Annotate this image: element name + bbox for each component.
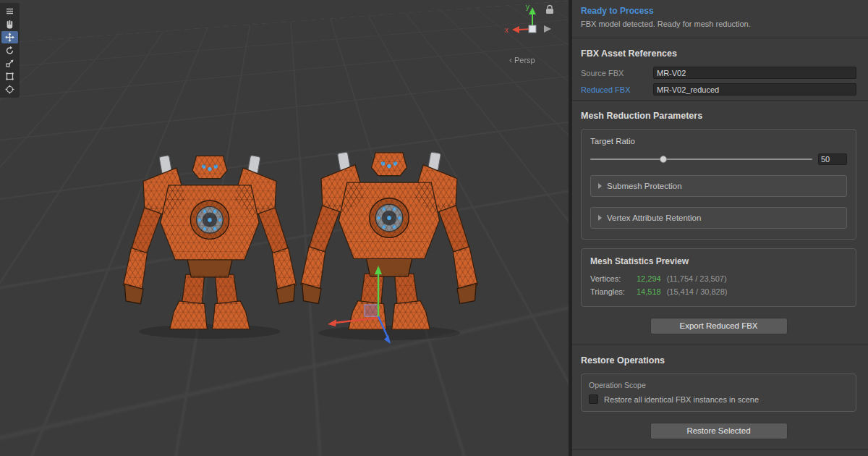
source-fbx-row: Source FBX [581, 67, 856, 79]
axis-y-label: y [526, 3, 529, 11]
mesh-statistics-title: Mesh Statistics Preview [590, 256, 847, 266]
orientation-gizmo[interactable]: y x [502, 0, 569, 52]
robot-model-right[interactable] [301, 152, 477, 329]
reduced-fbx-field[interactable] [653, 83, 856, 96]
vertices-stat-row: Vertices: 12,294 (11,754 / 23,507) [590, 274, 847, 283]
scale-tool-icon[interactable] [1, 57, 18, 69]
chevron-left-icon: ‹ [509, 55, 512, 65]
hand-tool-icon[interactable] [1, 18, 18, 30]
restore-selected-button[interactable]: Restore Selected [650, 423, 788, 439]
section-title-mesh-reduction: Mesh Reduction Parameters [581, 111, 856, 121]
viewport-lock[interactable] [545, 4, 554, 17]
rotate-tool-icon[interactable] [1, 44, 18, 56]
scene-toolbar [0, 3, 20, 98]
axis-neg-cone-icon[interactable] [544, 25, 551, 33]
menu-icon[interactable] [1, 5, 18, 17]
app-window: y x ‹ Persp Ready to Process FBX model d… [0, 0, 868, 456]
export-reduced-fbx-button[interactable]: Export Reduced FBX [650, 318, 788, 334]
triangles-value: 14,518 [637, 287, 661, 296]
triangles-stat-row: Triangles: 14,518 (15,414 / 30,828) [590, 287, 847, 296]
source-fbx-field[interactable] [653, 67, 856, 79]
target-ratio-label: Target Ratio [590, 137, 847, 145]
axis-x-label: x [505, 26, 509, 34]
transform-tool-icon[interactable] [1, 83, 18, 96]
divider [572, 449, 868, 450]
foldout-arrow-icon [598, 183, 602, 189]
scene-models-layer [0, 0, 569, 456]
section-title-restore-operations: Restore Operations [581, 355, 856, 366]
submesh-protection-foldout[interactable]: Submesh Protection [590, 175, 847, 197]
inspector-panel: Ready to Process FBX model detected. Rea… [572, 0, 868, 456]
divider [572, 345, 868, 345]
gizmo-center-cube[interactable] [529, 25, 536, 33]
mesh-statistics-box: Mesh Statistics Preview Vertices: 12,294… [581, 248, 856, 307]
submesh-protection-label: Submesh Protection [607, 182, 682, 190]
projection-label: Persp [514, 56, 535, 64]
reduction-parameters-box: Target Ratio Submesh Protection Vertex A… [581, 129, 856, 240]
slider-track [590, 159, 812, 160]
foldout-arrow-icon [598, 215, 602, 221]
source-fbx-label: Source FBX [581, 69, 653, 77]
target-ratio-row [590, 153, 847, 165]
target-ratio-slider-handle[interactable] [660, 156, 667, 163]
target-ratio-slider[interactable] [590, 155, 812, 164]
status-block: Ready to Process FBX model detected. Rea… [572, 0, 868, 33]
fbx-references-section: FBX Asset References Source FBX Reduced … [572, 48, 868, 96]
mesh-reduction-section: Mesh Reduction Parameters Target Ratio S… [572, 111, 868, 334]
status-title: Ready to Process [581, 6, 859, 16]
projection-toggle[interactable]: ‹ Persp [509, 55, 535, 65]
triangles-detail: (15,414 / 30,828) [667, 287, 728, 296]
vertices-label: Vertices: [590, 274, 637, 283]
triangles-label: Triangles: [590, 287, 637, 296]
reduced-fbx-row: Reduced FBX [581, 83, 856, 96]
robot-shadow-left [139, 324, 281, 339]
divider [572, 38, 868, 38]
target-ratio-field[interactable] [818, 153, 847, 165]
robot-model-left[interactable] [123, 155, 296, 329]
vertices-value: 12,294 [637, 274, 661, 283]
restore-instances-checkbox[interactable] [589, 394, 598, 404]
move-tool-icon[interactable] [1, 31, 18, 43]
restore-button-row: Restore Selected [581, 423, 856, 439]
rect-tool-icon[interactable] [1, 70, 18, 83]
section-title-fbx-references: FBX Asset References [581, 48, 856, 59]
operation-scope-box: Operation Scope Restore all identical FB… [581, 373, 856, 412]
vertex-attribute-label: Vertex Attribute Retention [607, 214, 701, 222]
restore-operations-section: Restore Operations Operation Scope Resto… [572, 355, 868, 439]
operation-scope-label: Operation Scope [589, 381, 848, 389]
status-subtitle: FBX model detected. Ready for mesh reduc… [581, 20, 859, 28]
restore-instances-label: Restore all identical FBX instances in s… [604, 395, 759, 404]
reduced-fbx-label: Reduced FBX [581, 85, 653, 94]
export-button-row: Export Reduced FBX [581, 318, 856, 334]
scene-viewport[interactable]: y x ‹ Persp [0, 0, 569, 456]
divider [572, 100, 868, 101]
vertices-detail: (11,754 / 23,507) [667, 274, 727, 283]
lock-icon [545, 4, 554, 14]
restore-instances-row: Restore all identical FBX instances in s… [589, 394, 848, 404]
vertex-attribute-foldout[interactable]: Vertex Attribute Retention [590, 207, 847, 229]
